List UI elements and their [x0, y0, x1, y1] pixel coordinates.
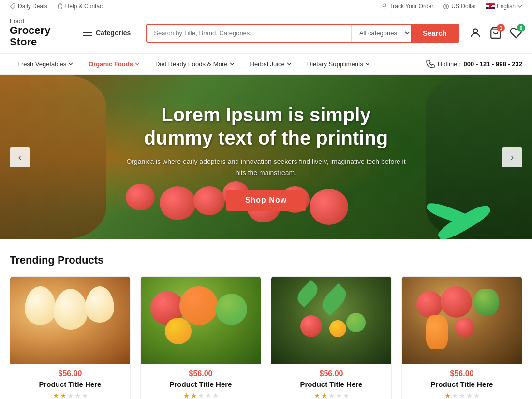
- svg-point-1: [58, 4, 62, 8]
- product-info-4: $56.00 Product Title Here ★ ★ ★ ★ ★: [402, 364, 522, 399]
- leaf-decoration-2: [318, 283, 350, 316]
- hero-next-button[interactable]: ›: [502, 147, 522, 167]
- star-2-1: ★: [183, 391, 190, 399]
- veggie-red-3: [455, 318, 474, 337]
- product-price-4: $56.00: [409, 369, 515, 378]
- product-title-1: Product Title Here: [17, 380, 123, 388]
- search-button[interactable]: Search: [411, 25, 458, 42]
- product-card-3[interactable]: $56.00 Product Title Here ★ ★ ★ ★ ★: [271, 276, 392, 399]
- header-icons: 1 0: [469, 27, 522, 39]
- product-rating-1: ★ ★ ★ ★ ★: [17, 391, 123, 399]
- fruit-decoration-1: [300, 315, 322, 337]
- hero-banner: ‹ Lorem Ipsum is simply dummy text of th…: [0, 75, 532, 239]
- category-dropdown[interactable]: All categories: [351, 25, 411, 42]
- search-input[interactable]: [147, 25, 351, 42]
- dropdown-arrow-icon: [230, 62, 235, 65]
- help-contact-label: Help & Contact: [65, 3, 104, 10]
- star-1-4: ★: [74, 391, 81, 399]
- wishlist-button[interactable]: 0: [510, 27, 522, 39]
- track-order-label: Track Your Order: [389, 3, 433, 10]
- product-card-2[interactable]: $56.00 Product Title Here ★ ★ ★ ★ ★: [140, 276, 261, 399]
- apple-decoration-3: [216, 294, 247, 325]
- star-1-1: ★: [53, 391, 59, 399]
- star-4-5: ★: [473, 391, 480, 399]
- track-order-link[interactable]: Track Your Order: [381, 3, 433, 10]
- tag-icon: [10, 3, 16, 10]
- categories-button[interactable]: Categories: [77, 25, 136, 41]
- nav-organic-foods[interactable]: Organic Foods: [81, 54, 148, 74]
- product-price-3: $56.00: [278, 369, 384, 378]
- hotline: Hotline : 000 - 121 - 998 - 232: [426, 59, 522, 68]
- dropdown-arrow-icon: [68, 62, 73, 65]
- star-1-3: ★: [67, 391, 74, 399]
- veggie-red-2: [441, 286, 472, 318]
- hero-title: Lorem Ipsum is simply dummy text of the …: [126, 103, 406, 149]
- dollar-icon: [443, 3, 449, 10]
- cart-button[interactable]: 1: [489, 27, 502, 39]
- product-info-1: $56.00 Product Title Here ★ ★ ★ ★ ★: [10, 364, 130, 399]
- nav-diet-ready-foods[interactable]: Diet Ready Foods & More: [148, 54, 242, 74]
- currency-selector[interactable]: US Dollar: [443, 3, 476, 10]
- language-label: English: [497, 3, 516, 10]
- dropdown-arrow-icon: [365, 62, 370, 65]
- products-grid: $56.00 Product Title Here ★ ★ ★ ★ ★: [10, 276, 522, 399]
- svg-point-0: [14, 5, 15, 6]
- shop-now-button[interactable]: Shop Now: [226, 190, 306, 211]
- fruit-decoration-2: [329, 320, 346, 337]
- star-1-5: ★: [82, 391, 88, 399]
- product-image-4: [402, 277, 522, 364]
- language-selector[interactable]: English: [486, 3, 522, 10]
- hero-prev-button[interactable]: ‹: [10, 147, 30, 167]
- veggie-green-1: [474, 289, 499, 315]
- svg-point-6: [473, 29, 478, 33]
- veggie-orange-1: [426, 315, 448, 349]
- main-nav: Fresh Vegetables Organic Foods Diet Read…: [0, 54, 532, 75]
- star-3-4: ★: [336, 391, 342, 399]
- star-3-5: ★: [343, 391, 349, 399]
- location-icon: [381, 3, 387, 10]
- phone-icon: [426, 59, 435, 68]
- hotline-number: 000 - 121 - 998 - 232: [464, 60, 522, 68]
- nav-fresh-vegetables[interactable]: Fresh Vegetables: [10, 54, 81, 74]
- currency-label: US Dollar: [451, 3, 476, 10]
- apple-decoration-4: [165, 318, 192, 344]
- logo: Food Grocery Store: [10, 18, 68, 48]
- account-button[interactable]: [469, 27, 482, 39]
- product-rating-2: ★ ★ ★ ★ ★: [148, 391, 254, 399]
- product-info-3: $56.00 Product Title Here ★ ★ ★ ★ ★: [271, 364, 391, 399]
- dropdown-arrow-icon: [287, 62, 292, 65]
- product-price-1: $56.00: [17, 369, 123, 378]
- egg-decoration-1: [25, 286, 56, 325]
- star-2-3: ★: [198, 391, 204, 399]
- top-bar-right: Track Your Order US Dollar English: [381, 3, 522, 10]
- star-2-2: ★: [191, 391, 197, 399]
- hero-subtitle: Organica is where early adopters and inn…: [126, 156, 406, 178]
- daily-deals-label: Daily Deals: [18, 3, 47, 10]
- nav-herbal-juice[interactable]: Herbal Juice: [242, 54, 299, 74]
- nav-dietary-supplements[interactable]: Dietary Suppliments: [299, 54, 378, 74]
- top-bar-left: Daily Deals Help & Contact: [10, 3, 104, 10]
- help-contact-link[interactable]: Help & Contact: [57, 3, 104, 10]
- products-section: Trending Products $56.00 Product Title H…: [0, 239, 532, 399]
- product-image-3: [271, 277, 391, 364]
- star-4-1: ★: [444, 391, 451, 399]
- star-4-3: ★: [459, 391, 465, 399]
- search-bar: All categories Search: [146, 24, 459, 43]
- categories-label: Categories: [96, 29, 131, 37]
- product-card-1[interactable]: $56.00 Product Title Here ★ ★ ★ ★ ★: [10, 276, 131, 399]
- logo-grocery: Grocery: [10, 25, 68, 36]
- flag-icon: [486, 3, 495, 9]
- veggie-red-1: [416, 291, 443, 318]
- star-3-3: ★: [328, 391, 335, 399]
- product-card-4[interactable]: $56.00 Product Title Here ★ ★ ★ ★ ★: [401, 276, 522, 399]
- hero-content: Lorem Ipsum is simply dummy text of the …: [116, 93, 416, 221]
- menu-icon: [83, 30, 92, 36]
- fruit-decoration-3: [346, 313, 366, 332]
- dropdown-arrow-icon: [135, 62, 140, 65]
- star-2-4: ★: [205, 391, 211, 399]
- logo-store: Store: [10, 36, 68, 48]
- daily-deals-link[interactable]: Daily Deals: [10, 3, 47, 10]
- egg-decoration-2: [54, 289, 88, 330]
- logo-food: Food: [10, 18, 68, 25]
- top-bar: Daily Deals Help & Contact Track Your Or…: [0, 0, 532, 13]
